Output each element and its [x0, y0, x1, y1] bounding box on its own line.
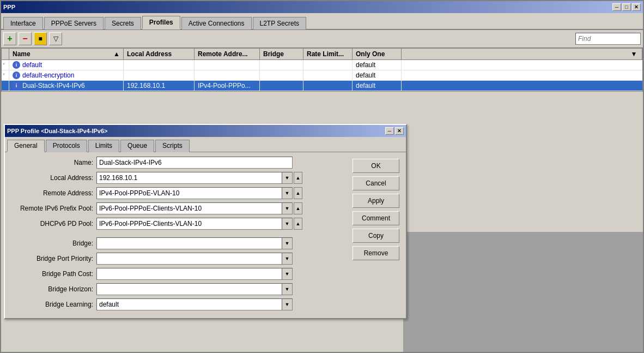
- local-address-row: Local Address: ▼ ▲: [9, 172, 348, 184]
- find-input[interactable]: [575, 33, 641, 45]
- remove-button[interactable]: −: [19, 32, 32, 45]
- info-icon: i: [13, 61, 20, 69]
- bridge-path-cost-row: Bridge Path Cost: ▼: [9, 268, 348, 280]
- action-buttons: OK Cancel Apply Comment Copy Remove: [353, 157, 402, 314]
- remote-ipv6-prefix-dropdown[interactable]: ▼: [282, 202, 293, 214]
- name-label: Name:: [9, 159, 96, 166]
- cancel-button[interactable]: Cancel: [353, 176, 399, 190]
- row-name-default: i default: [9, 60, 124, 70]
- table-row[interactable]: i Dual-Stack-IPv4-IPv6 192.168.10.1 IPv4…: [2, 81, 642, 91]
- bridge-learning-row: Bridge Learning: ▼: [9, 298, 348, 310]
- dialog-tab-limits[interactable]: Limits: [88, 140, 119, 152]
- dhcpv6-pd-pool-row: DHCPv6 PD Pool: ▼ ▲: [9, 218, 348, 230]
- local-address-dropdown[interactable]: ▼: [282, 172, 293, 184]
- dialog-tab-scripts[interactable]: Scripts: [155, 140, 190, 152]
- dhcpv6-pd-pool-dropdown[interactable]: ▼: [282, 218, 293, 230]
- remove-button[interactable]: Remove: [353, 246, 399, 260]
- dialog-body: Name: Local Address: ▼ ▲ Remote Address:: [5, 152, 406, 318]
- info-icon: i: [13, 82, 20, 89]
- remote-address-row: Remote Address: ▼ ▲: [9, 187, 348, 199]
- tab-secrets[interactable]: Secrets: [105, 17, 141, 29]
- dhcpv6-pd-pool-field: ▼: [96, 218, 293, 230]
- dialog-tab-general[interactable]: General: [7, 140, 45, 152]
- bridge-row: Bridge: ▼: [9, 237, 348, 249]
- profiles-table: Name ▲ Local Address Remote Addre... Bri…: [1, 48, 643, 92]
- name-input[interactable]: [96, 157, 293, 169]
- apply-button[interactable]: Apply: [353, 194, 399, 208]
- background-area: [403, 232, 643, 352]
- bridge-learning-input[interactable]: [96, 298, 282, 310]
- minimize-button[interactable]: ─: [612, 3, 621, 11]
- bridge-horizon-dropdown[interactable]: ▼: [282, 283, 293, 295]
- tab-interface[interactable]: Interface: [3, 17, 43, 29]
- dialog-title-text: PPP Profile <Dual-Stack-IPv4-IPv6>: [7, 128, 107, 134]
- window-title: PPP: [3, 4, 15, 10]
- col-header-remote: Remote Addre...: [195, 49, 260, 59]
- bridge-port-priority-field: ▼: [96, 253, 293, 265]
- dialog-close-button[interactable]: ✕: [395, 127, 404, 135]
- bridge-input[interactable]: [96, 237, 282, 249]
- bridge-port-priority-label: Bridge Port Priority:: [9, 255, 96, 262]
- remote-address-label: Remote Address:: [9, 189, 96, 197]
- remote-address-dropdown[interactable]: ▼: [282, 187, 293, 199]
- remote-ipv6-prefix-up[interactable]: ▲: [294, 202, 302, 214]
- bridge-path-cost-input[interactable]: [96, 268, 282, 280]
- tabs-bar: Interface PPPoE Servers Secrets Profiles…: [1, 13, 643, 30]
- comment-button[interactable]: Comment: [353, 211, 399, 225]
- title-bar-buttons: ─ □ ✕: [612, 3, 641, 11]
- form-area: Name: Local Address: ▼ ▲ Remote Address:: [9, 157, 348, 314]
- col-header-bridge: Bridge: [260, 49, 303, 59]
- row-name-dualstack: i Dual-Stack-IPv4-IPv6: [9, 81, 124, 91]
- maximize-button[interactable]: □: [622, 3, 631, 11]
- bridge-horizon-input[interactable]: [96, 283, 282, 295]
- ok-button[interactable]: OK: [353, 159, 399, 173]
- title-bar: PPP ─ □ ✕: [1, 1, 643, 13]
- bridge-horizon-label: Bridge Horizon:: [9, 285, 96, 293]
- dialog-tab-protocols[interactable]: Protocols: [46, 140, 87, 152]
- col-header-local: Local Address: [124, 49, 195, 59]
- remote-ipv6-prefix-input[interactable]: [96, 202, 282, 214]
- dialog-tab-queue[interactable]: Queue: [120, 140, 154, 152]
- remote-address-field: ▼: [96, 187, 293, 199]
- tab-pppoe-servers[interactable]: PPPoE Servers: [44, 17, 104, 29]
- title-bar-left: PPP: [3, 4, 15, 10]
- tab-l2tp-secrets[interactable]: L2TP Secrets: [253, 17, 306, 29]
- bridge-port-priority-input[interactable]: [96, 253, 282, 265]
- row-marker: *: [3, 62, 5, 68]
- remote-ipv6-prefix-field: ▼: [96, 202, 293, 214]
- local-address-input[interactable]: [96, 172, 282, 184]
- table-row[interactable]: * i default default: [2, 60, 642, 70]
- bridge-port-priority-row: Bridge Port Priority: ▼: [9, 253, 348, 265]
- bridge-horizon-field: ▼: [96, 283, 293, 295]
- dhcpv6-pd-pool-up[interactable]: ▲: [294, 218, 302, 230]
- add-button[interactable]: +: [3, 32, 16, 45]
- tab-profiles[interactable]: Profiles: [142, 16, 180, 29]
- copy-button[interactable]: Copy: [353, 229, 399, 243]
- remote-address-up[interactable]: ▲: [294, 187, 302, 199]
- filter-button[interactable]: ▽: [49, 32, 62, 45]
- local-address-up[interactable]: ▲: [294, 172, 302, 184]
- bridge-learning-label: Bridge Learning:: [9, 301, 96, 308]
- bridge-learning-field: ▼: [96, 298, 293, 310]
- row-marker: *: [3, 73, 5, 79]
- row-name-default-encryption: i default-encryption: [9, 70, 124, 80]
- remote-ipv6-prefix-label: Remote IPv6 Prefix Pool:: [9, 205, 96, 212]
- bridge-port-priority-dropdown[interactable]: ▼: [282, 253, 293, 265]
- toolbar: + − ■ ▽: [1, 30, 643, 48]
- dialog-tabs: General Protocols Limits Queue Scripts: [5, 137, 406, 152]
- tab-active-connections[interactable]: Active Connections: [181, 17, 252, 29]
- bridge-learning-dropdown[interactable]: ▼: [282, 298, 293, 310]
- bridge-label: Bridge:: [9, 240, 96, 247]
- bridge-path-cost-dropdown[interactable]: ▼: [282, 268, 293, 280]
- bridge-dropdown[interactable]: ▼: [282, 237, 293, 249]
- table-row[interactable]: * i default-encryption default: [2, 70, 642, 81]
- dhcpv6-pd-pool-label: DHCPv6 PD Pool:: [9, 220, 96, 228]
- dialog-minimize-button[interactable]: ─: [385, 127, 394, 135]
- col-header-rate: Rate Limit...: [303, 49, 353, 59]
- settings-button[interactable]: ■: [34, 32, 47, 45]
- remote-address-input[interactable]: [96, 187, 282, 199]
- dhcpv6-pd-pool-input[interactable]: [96, 218, 282, 230]
- name-row: Name:: [9, 157, 348, 169]
- col-header-dropdown[interactable]: ▼: [626, 49, 642, 59]
- close-button[interactable]: ✕: [632, 3, 641, 11]
